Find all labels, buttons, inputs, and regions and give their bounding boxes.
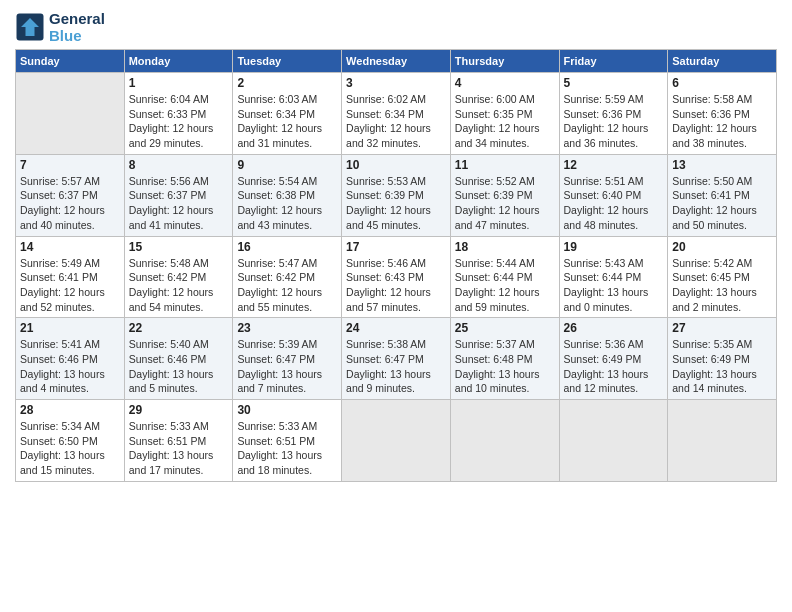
week-row-2: 7Sunrise: 5:57 AM Sunset: 6:37 PM Daylig…	[16, 154, 777, 236]
calendar-cell: 30Sunrise: 5:33 AM Sunset: 6:51 PM Dayli…	[233, 400, 342, 482]
week-row-4: 21Sunrise: 5:41 AM Sunset: 6:46 PM Dayli…	[16, 318, 777, 400]
day-number: 22	[129, 321, 229, 335]
day-number: 11	[455, 158, 555, 172]
col-header-wednesday: Wednesday	[342, 50, 451, 73]
day-info: Sunrise: 5:38 AM Sunset: 6:47 PM Dayligh…	[346, 337, 446, 396]
day-info: Sunrise: 5:40 AM Sunset: 6:46 PM Dayligh…	[129, 337, 229, 396]
days-header-row: SundayMondayTuesdayWednesdayThursdayFrid…	[16, 50, 777, 73]
calendar-cell: 23Sunrise: 5:39 AM Sunset: 6:47 PM Dayli…	[233, 318, 342, 400]
day-number: 8	[129, 158, 229, 172]
col-header-saturday: Saturday	[668, 50, 777, 73]
calendar-cell	[668, 400, 777, 482]
calendar-cell	[342, 400, 451, 482]
day-info: Sunrise: 5:37 AM Sunset: 6:48 PM Dayligh…	[455, 337, 555, 396]
col-header-tuesday: Tuesday	[233, 50, 342, 73]
day-number: 4	[455, 76, 555, 90]
day-info: Sunrise: 5:46 AM Sunset: 6:43 PM Dayligh…	[346, 256, 446, 315]
day-info: Sunrise: 5:47 AM Sunset: 6:42 PM Dayligh…	[237, 256, 337, 315]
calendar-cell: 28Sunrise: 5:34 AM Sunset: 6:50 PM Dayli…	[16, 400, 125, 482]
day-info: Sunrise: 5:44 AM Sunset: 6:44 PM Dayligh…	[455, 256, 555, 315]
calendar-cell: 6Sunrise: 5:58 AM Sunset: 6:36 PM Daylig…	[668, 73, 777, 155]
day-number: 17	[346, 240, 446, 254]
calendar-cell: 2Sunrise: 6:03 AM Sunset: 6:34 PM Daylig…	[233, 73, 342, 155]
day-info: Sunrise: 5:35 AM Sunset: 6:49 PM Dayligh…	[672, 337, 772, 396]
calendar-cell: 5Sunrise: 5:59 AM Sunset: 6:36 PM Daylig…	[559, 73, 668, 155]
day-info: Sunrise: 5:51 AM Sunset: 6:40 PM Dayligh…	[564, 174, 664, 233]
calendar-cell: 25Sunrise: 5:37 AM Sunset: 6:48 PM Dayli…	[450, 318, 559, 400]
calendar-cell: 18Sunrise: 5:44 AM Sunset: 6:44 PM Dayli…	[450, 236, 559, 318]
day-info: Sunrise: 5:53 AM Sunset: 6:39 PM Dayligh…	[346, 174, 446, 233]
day-info: Sunrise: 5:52 AM Sunset: 6:39 PM Dayligh…	[455, 174, 555, 233]
day-info: Sunrise: 5:57 AM Sunset: 6:37 PM Dayligh…	[20, 174, 120, 233]
day-number: 27	[672, 321, 772, 335]
day-info: Sunrise: 5:48 AM Sunset: 6:42 PM Dayligh…	[129, 256, 229, 315]
calendar-table: SundayMondayTuesdayWednesdayThursdayFrid…	[15, 49, 777, 482]
day-info: Sunrise: 5:39 AM Sunset: 6:47 PM Dayligh…	[237, 337, 337, 396]
calendar-cell: 20Sunrise: 5:42 AM Sunset: 6:45 PM Dayli…	[668, 236, 777, 318]
day-number: 1	[129, 76, 229, 90]
day-info: Sunrise: 5:58 AM Sunset: 6:36 PM Dayligh…	[672, 92, 772, 151]
day-info: Sunrise: 5:33 AM Sunset: 6:51 PM Dayligh…	[129, 419, 229, 478]
day-number: 7	[20, 158, 120, 172]
calendar-cell: 14Sunrise: 5:49 AM Sunset: 6:41 PM Dayli…	[16, 236, 125, 318]
day-info: Sunrise: 5:41 AM Sunset: 6:46 PM Dayligh…	[20, 337, 120, 396]
day-info: Sunrise: 5:56 AM Sunset: 6:37 PM Dayligh…	[129, 174, 229, 233]
calendar-cell: 15Sunrise: 5:48 AM Sunset: 6:42 PM Dayli…	[124, 236, 233, 318]
day-number: 13	[672, 158, 772, 172]
col-header-thursday: Thursday	[450, 50, 559, 73]
day-number: 25	[455, 321, 555, 335]
calendar-cell: 26Sunrise: 5:36 AM Sunset: 6:49 PM Dayli…	[559, 318, 668, 400]
day-number: 29	[129, 403, 229, 417]
calendar-cell: 17Sunrise: 5:46 AM Sunset: 6:43 PM Dayli…	[342, 236, 451, 318]
day-info: Sunrise: 5:54 AM Sunset: 6:38 PM Dayligh…	[237, 174, 337, 233]
calendar-cell: 1Sunrise: 6:04 AM Sunset: 6:33 PM Daylig…	[124, 73, 233, 155]
day-number: 6	[672, 76, 772, 90]
day-number: 26	[564, 321, 664, 335]
calendar-cell: 12Sunrise: 5:51 AM Sunset: 6:40 PM Dayli…	[559, 154, 668, 236]
day-info: Sunrise: 5:42 AM Sunset: 6:45 PM Dayligh…	[672, 256, 772, 315]
calendar-cell: 10Sunrise: 5:53 AM Sunset: 6:39 PM Dayli…	[342, 154, 451, 236]
calendar-cell: 29Sunrise: 5:33 AM Sunset: 6:51 PM Dayli…	[124, 400, 233, 482]
day-info: Sunrise: 5:49 AM Sunset: 6:41 PM Dayligh…	[20, 256, 120, 315]
day-number: 24	[346, 321, 446, 335]
day-info: Sunrise: 5:59 AM Sunset: 6:36 PM Dayligh…	[564, 92, 664, 151]
day-number: 23	[237, 321, 337, 335]
calendar-cell: 19Sunrise: 5:43 AM Sunset: 6:44 PM Dayli…	[559, 236, 668, 318]
calendar-cell: 16Sunrise: 5:47 AM Sunset: 6:42 PM Dayli…	[233, 236, 342, 318]
col-header-friday: Friday	[559, 50, 668, 73]
day-number: 20	[672, 240, 772, 254]
day-number: 16	[237, 240, 337, 254]
logo: General Blue	[15, 10, 105, 44]
col-header-monday: Monday	[124, 50, 233, 73]
day-number: 3	[346, 76, 446, 90]
week-row-1: 1Sunrise: 6:04 AM Sunset: 6:33 PM Daylig…	[16, 73, 777, 155]
calendar-cell	[559, 400, 668, 482]
day-number: 9	[237, 158, 337, 172]
calendar-cell: 11Sunrise: 5:52 AM Sunset: 6:39 PM Dayli…	[450, 154, 559, 236]
day-number: 2	[237, 76, 337, 90]
logo-text: General Blue	[49, 10, 105, 44]
calendar-cell: 4Sunrise: 6:00 AM Sunset: 6:35 PM Daylig…	[450, 73, 559, 155]
calendar-cell: 7Sunrise: 5:57 AM Sunset: 6:37 PM Daylig…	[16, 154, 125, 236]
calendar-cell: 13Sunrise: 5:50 AM Sunset: 6:41 PM Dayli…	[668, 154, 777, 236]
calendar-cell: 22Sunrise: 5:40 AM Sunset: 6:46 PM Dayli…	[124, 318, 233, 400]
day-number: 12	[564, 158, 664, 172]
day-number: 5	[564, 76, 664, 90]
page-container: General Blue SundayMondayTuesdayWednesda…	[0, 0, 792, 492]
calendar-cell: 27Sunrise: 5:35 AM Sunset: 6:49 PM Dayli…	[668, 318, 777, 400]
calendar-cell: 21Sunrise: 5:41 AM Sunset: 6:46 PM Dayli…	[16, 318, 125, 400]
week-row-3: 14Sunrise: 5:49 AM Sunset: 6:41 PM Dayli…	[16, 236, 777, 318]
calendar-cell: 8Sunrise: 5:56 AM Sunset: 6:37 PM Daylig…	[124, 154, 233, 236]
day-number: 14	[20, 240, 120, 254]
logo-icon	[15, 12, 45, 42]
calendar-cell: 3Sunrise: 6:02 AM Sunset: 6:34 PM Daylig…	[342, 73, 451, 155]
day-info: Sunrise: 5:50 AM Sunset: 6:41 PM Dayligh…	[672, 174, 772, 233]
day-info: Sunrise: 5:34 AM Sunset: 6:50 PM Dayligh…	[20, 419, 120, 478]
calendar-cell	[450, 400, 559, 482]
day-number: 10	[346, 158, 446, 172]
day-number: 28	[20, 403, 120, 417]
day-number: 30	[237, 403, 337, 417]
day-info: Sunrise: 6:03 AM Sunset: 6:34 PM Dayligh…	[237, 92, 337, 151]
col-header-sunday: Sunday	[16, 50, 125, 73]
calendar-cell: 24Sunrise: 5:38 AM Sunset: 6:47 PM Dayli…	[342, 318, 451, 400]
